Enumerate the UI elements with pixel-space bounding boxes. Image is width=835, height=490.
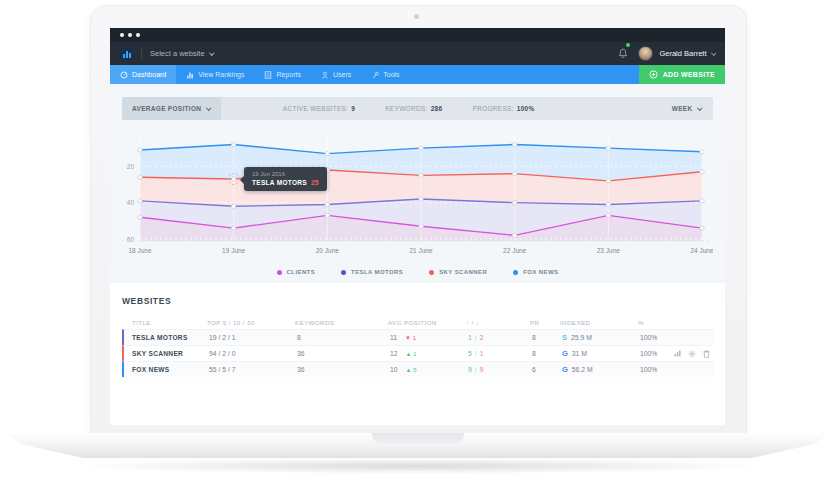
row-pr: 8 [532, 350, 562, 357]
row-avg: 12 [390, 350, 398, 357]
menu-label: View Rankings [198, 71, 244, 78]
websites-section: WEBSITES TITLE TOP 5 / 10 / 30 KEYWORDS … [110, 283, 725, 377]
header-keywords[interactable]: KEYWORDS [295, 319, 388, 326]
row-pr: 6 [532, 366, 562, 373]
google-icon: G [562, 365, 568, 374]
row-delete-button[interactable] [703, 350, 710, 358]
window-dot[interactable] [136, 33, 140, 37]
dashboard-icon [120, 71, 128, 79]
user-name: Gerald Barrett [659, 49, 706, 58]
header-up-down[interactable]: ↑ / ↓ [466, 319, 530, 326]
menu-item-users[interactable]: Users [311, 65, 361, 84]
row-avg-change: ▲ 1 [406, 351, 417, 357]
reports-icon [264, 71, 272, 79]
svg-text:19 June: 19 June [222, 247, 246, 254]
stat-progress: PROGRESS: 100% [472, 105, 534, 112]
legend-item-clients[interactable]: CLIENTS [277, 269, 315, 275]
row-title: TESLA MOTORS [124, 334, 209, 341]
chart-section: AVERAGE POSITION ACTIVE WEBSITES: 9 KEYW… [110, 84, 725, 283]
row-settings-button[interactable] [688, 350, 696, 358]
tooltip-series-label: TESLA MOTORS [252, 179, 307, 186]
window-titlebar [110, 28, 725, 42]
main-menubar: Dashboard View Rankings Reports [110, 65, 725, 84]
svg-text:24 June: 24 June [690, 247, 713, 254]
row-percent: 100% [640, 334, 674, 341]
header-indexed[interactable]: INDEXED [560, 319, 638, 326]
row-avg-change: ▼ 1 [405, 335, 416, 341]
bell-icon [618, 48, 628, 59]
svg-text:23 June: 23 June [597, 247, 621, 254]
table-header-row: TITLE TOP 5 / 10 / 30 KEYWORDS AVG POSIT… [122, 315, 713, 329]
menu-item-view-rankings[interactable]: View Rankings [176, 65, 254, 84]
window-dot[interactable] [120, 33, 124, 37]
notifications-button[interactable] [618, 45, 628, 63]
row-top: 55 / 5 / 7 [209, 366, 297, 373]
gear-icon [688, 350, 696, 358]
header-pr[interactable]: PR [530, 319, 560, 326]
menu-item-dashboard[interactable]: Dashboard [110, 65, 176, 84]
row-top: 94 / 2 / 0 [209, 350, 297, 357]
row-avg: 11 [390, 334, 397, 341]
site-selector-dropdown[interactable]: Select a website [150, 49, 213, 58]
menu-label: Users [333, 71, 351, 78]
chevron-down-icon [711, 50, 716, 55]
row-keywords: 8 [297, 334, 390, 341]
chevron-down-icon [697, 105, 702, 110]
laptop-mockup: Select a website Gerald Barrett [0, 0, 835, 490]
legend-dot [429, 270, 434, 275]
row-stats-button[interactable] [674, 350, 681, 358]
header-percent[interactable]: % [638, 319, 672, 326]
row-avg-change: ▲ 5 [406, 367, 417, 373]
row-percent: 100% [640, 366, 674, 373]
header-top[interactable]: TOP 5 / 10 / 30 [207, 319, 295, 326]
legend-item-tesla-motors[interactable]: TESLA MOTORS [341, 269, 403, 275]
row-indexed: 25.9 M [571, 334, 592, 341]
legend-dot [513, 270, 518, 275]
tooltip-date: 19 Jun 2016 [252, 171, 319, 177]
rankings-icon [186, 71, 194, 79]
tooltip-value: 25 [311, 179, 319, 186]
legend-item-fox-news[interactable]: FOX NEWS [513, 269, 558, 275]
row-indexed: 56.2 M [572, 366, 593, 373]
row-top: 19 / 2 / 1 [209, 334, 297, 341]
table-row[interactable]: TESLA MOTORS 19 / 2 / 1 8 11 ▼ 1 1 / 2 8 [122, 329, 713, 345]
app-logo-icon[interactable] [120, 47, 133, 60]
tools-icon [371, 71, 379, 79]
shadow [70, 458, 765, 474]
google-icon: G [562, 349, 568, 358]
avatar[interactable] [638, 46, 653, 61]
range-selector-dropdown[interactable]: WEEK [660, 97, 713, 120]
rankings-chart[interactable]: 20406018 June19 June20 June21 June22 Jun… [122, 126, 713, 266]
laptop-notch [372, 433, 464, 444]
row-percent: 100% [640, 350, 674, 357]
row-keywords: 36 [297, 366, 390, 373]
header-avg-position[interactable]: AVG POSITION [388, 319, 466, 326]
legend-dot [277, 270, 282, 275]
svg-text:21 June: 21 June [409, 247, 433, 254]
svg-text:18 June: 18 June [128, 247, 152, 254]
row-title: FOX NEWS [124, 366, 209, 373]
table-row[interactable]: FOX NEWS 55 / 5 / 7 36 10 ▲ 5 9 / 9 6 [122, 361, 713, 377]
row-pr: 8 [532, 334, 562, 341]
app-screen: Select a website Gerald Barrett [110, 28, 725, 425]
stat-keywords: KEYWORDS: 286 [385, 105, 442, 112]
menu-item-tools[interactable]: Tools [361, 65, 409, 84]
trash-icon [703, 350, 710, 358]
chart-legend: CLIENTS TESLA MOTORS SKY SCANNER FOX NEW… [122, 269, 713, 275]
window-dot[interactable] [128, 33, 132, 37]
site-selector-label: Select a website [150, 49, 205, 58]
menu-label: Tools [383, 71, 399, 78]
metric-selector-dropdown[interactable]: AVERAGE POSITION [122, 97, 221, 120]
plus-circle-icon [649, 70, 658, 79]
add-website-button[interactable]: ADD WEBSITE [639, 65, 725, 84]
metric-selector-label: AVERAGE POSITION [132, 105, 201, 112]
table-row[interactable]: SKY SCANNER 94 / 2 / 0 36 12 ▲ 1 5 / 1 8 [122, 345, 713, 361]
menu-label: Reports [276, 71, 301, 78]
svg-text:22 June: 22 June [503, 247, 527, 254]
chevron-down-icon [207, 105, 212, 110]
user-menu[interactable]: Gerald Barrett [659, 49, 715, 58]
header-title[interactable]: TITLE [122, 319, 207, 326]
chevron-down-icon [209, 50, 214, 55]
legend-item-sky-scanner[interactable]: SKY SCANNER [429, 269, 487, 275]
menu-item-reports[interactable]: Reports [254, 65, 311, 84]
